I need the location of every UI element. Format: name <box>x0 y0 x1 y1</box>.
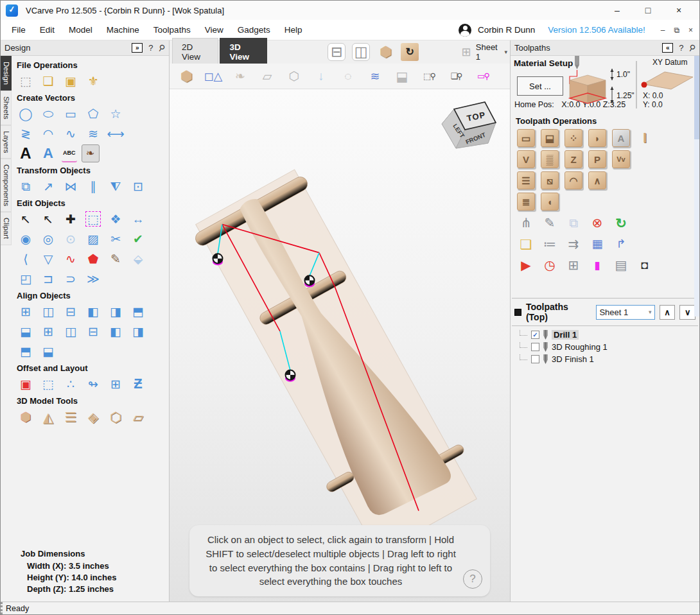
toolpaths-collapse-icon[interactable]: « <box>662 43 673 53</box>
tab-3d-view[interactable]: 3D View <box>220 38 267 66</box>
recalculate-all-icon[interactable]: ↻ <box>612 214 630 232</box>
save-template-icon[interactable]: ≔ <box>541 235 559 253</box>
center-vertical-icon[interactable]: ⊟ <box>84 322 102 340</box>
split-vertical-icon[interactable]: ◫ <box>352 43 370 61</box>
menu-view[interactable]: View <box>198 22 231 38</box>
flute-toolpath-icon[interactable]: Vv <box>612 150 630 168</box>
set-size-icon[interactable]: ↗ <box>39 177 57 195</box>
panel-collapse-icon[interactable]: » <box>132 43 143 53</box>
edit-toolpath-icon[interactable]: ✎ <box>541 214 559 232</box>
engrave-toolpath-icon[interactable]: Z <box>564 150 582 168</box>
import-bitmap-icon[interactable]: ▣ <box>62 72 80 90</box>
center-horizontal-icon[interactable]: ◫ <box>62 322 80 340</box>
stack-slices-icon[interactable]: ☰ <box>62 408 80 426</box>
preview-toolpaths-icon[interactable]: ▶ <box>517 256 535 274</box>
draw-curve-icon[interactable]: ∿ <box>62 125 80 143</box>
maximize-button[interactable]: □ <box>642 5 654 15</box>
draw-ellipse-icon[interactable]: ⬭ <box>39 105 57 123</box>
estimate-time-icon[interactable]: ◷ <box>541 256 559 274</box>
profile-toolpath-icon[interactable]: ▭ <box>517 129 535 147</box>
center-y-material-icon[interactable]: ⊟ <box>62 302 80 320</box>
insert-clipart-icon[interactable]: ❧ <box>82 144 100 162</box>
toolpaths-scrollbar[interactable] <box>694 56 699 316</box>
fill-hatch-icon[interactable]: ▨ <box>84 230 102 248</box>
panel-help-icon[interactable]: ? <box>148 43 153 53</box>
account-avatar[interactable] <box>459 24 471 37</box>
prism-carve-icon[interactable]: P <box>588 150 606 168</box>
help-button[interactable]: ? <box>463 569 482 589</box>
open-file-icon[interactable]: ❏ <box>39 72 57 90</box>
align-to-material-icon[interactable]: ⊡ <box>129 177 147 195</box>
menu-toolpaths[interactable]: Toolpaths <box>146 22 198 38</box>
copy-along-vector-icon[interactable]: ↬ <box>84 375 102 393</box>
draw-circle-icon[interactable]: ◯ <box>17 105 35 123</box>
origin-circle-icon[interactable]: ◌ <box>339 67 357 85</box>
align-top-icon[interactable]: ⬒ <box>129 302 147 320</box>
stretch-icon[interactable]: ∥ <box>84 177 102 195</box>
minimize-button[interactable]: – <box>611 5 624 15</box>
merge-toolpaths-icon[interactable]: ▦ <box>588 235 606 253</box>
add-clip-sheet-icon[interactable]: ▱ <box>129 408 147 426</box>
menu-machine[interactable]: Machine <box>100 22 146 38</box>
new-file-icon[interactable]: ⬚ <box>17 72 35 90</box>
rotate-view-icon[interactable]: ↻ <box>401 43 419 61</box>
menu-file[interactable]: File <box>4 22 33 38</box>
draw-text-block-icon[interactable]: A <box>39 144 57 162</box>
mdi-restore-button[interactable]: ⧉ <box>674 26 679 35</box>
toolpath-folder-icon[interactable]: ❏ <box>517 235 535 253</box>
weld-icon[interactable]: ◉ <box>17 230 35 248</box>
side-tab-design[interactable]: Design <box>1 56 12 91</box>
texture-area-icon[interactable]: ◈ <box>84 408 102 426</box>
import-component-icon[interactable]: ⬡ <box>107 408 125 426</box>
align-bottom-icon[interactable]: ⬓ <box>17 322 35 340</box>
toggle-material-icon[interactable]: ⬢ <box>177 67 195 85</box>
toggle-vectors-icon[interactable]: ◻△ <box>204 67 222 85</box>
move-selection-icon[interactable]: ⧉ <box>17 177 35 195</box>
center-x-material-icon[interactable]: ◫ <box>39 302 57 320</box>
toolpath-summary-icon[interactable]: ▤ <box>612 256 630 274</box>
edit-picture-icon[interactable]: ✎ <box>107 250 125 268</box>
toolpath-list-item[interactable]: ✓Drill 1 <box>520 329 699 341</box>
zoom-drawing-icon[interactable]: ❏⚲ <box>447 67 465 85</box>
material-set-button[interactable]: Set ... <box>517 76 563 96</box>
draw-polygon-icon[interactable]: ⬠ <box>84 105 102 123</box>
align-outside-top-icon[interactable]: ⬒ <box>17 342 35 360</box>
toolpath-visibility-checkbox[interactable]: ✓ <box>531 331 539 339</box>
quick-engrave-icon[interactable]: ◗ <box>588 129 606 147</box>
version-link[interactable]: Version 12.506 Available! <box>548 25 645 35</box>
mdi-minimize-button[interactable]: – <box>661 26 665 35</box>
nesting-icon[interactable]: ⊞ <box>107 375 125 393</box>
v-carve-icon[interactable]: V <box>517 150 535 168</box>
fit-polygon-icon[interactable]: ▽ <box>39 250 57 268</box>
laser-texture-icon[interactable]: ⧅ <box>541 171 559 189</box>
account-name[interactable]: Corbin R Dunn <box>478 25 535 35</box>
duplicate-toolpath-icon[interactable]: ⧉ <box>564 214 582 232</box>
free-sketch-icon[interactable]: ≋ <box>84 125 102 143</box>
zoom-selection-icon[interactable]: ⬚⚲ <box>420 67 438 85</box>
select-icon[interactable]: ↖ <box>17 210 35 228</box>
box-select-icon[interactable]: ⬚ <box>84 210 102 228</box>
distort-icon[interactable]: ⧨ <box>107 177 125 195</box>
side-tab-layers[interactable]: Layers <box>1 125 12 159</box>
wireframe-cube-icon[interactable]: ⬡ <box>285 67 303 85</box>
toolpaths-help-icon[interactable]: ? <box>679 43 683 53</box>
measure-icon[interactable]: ↔ <box>129 210 147 228</box>
toolpaths-pin-icon[interactable]: ⚲ <box>687 42 697 54</box>
sheet-selector[interactable]: ⊞ Sheet 1 ▾ <box>460 42 507 62</box>
ungroup-icon[interactable]: ❖ <box>107 210 125 228</box>
fit-curve-icon[interactable]: ∿ <box>62 250 80 268</box>
align-outside-left-icon[interactable]: ◧ <box>107 322 125 340</box>
toolpath-list-item[interactable]: 3D Roughing 1 <box>520 341 699 353</box>
draw-line-icon[interactable]: ≷ <box>17 125 35 143</box>
menu-edit[interactable]: Edit <box>33 22 62 38</box>
close-button[interactable]: × <box>672 5 685 15</box>
text-on-curve-icon[interactable]: ABC <box>62 144 77 162</box>
dimension-icon[interactable]: ⟷ <box>107 125 125 143</box>
move-toolpath-down-button[interactable]: ∨ <box>679 305 696 320</box>
circular-copy-icon[interactable]: ∴ <box>62 375 80 393</box>
intersect-icon[interactable]: ⊙ <box>62 230 80 248</box>
view-cube[interactable]: TOP LEFT FRONT <box>437 98 506 157</box>
toolpath-name[interactable]: Drill 1 <box>552 330 579 340</box>
align-right-icon[interactable]: ◨ <box>107 302 125 320</box>
drilling-toolpath-icon[interactable]: ⁘ <box>564 129 582 147</box>
